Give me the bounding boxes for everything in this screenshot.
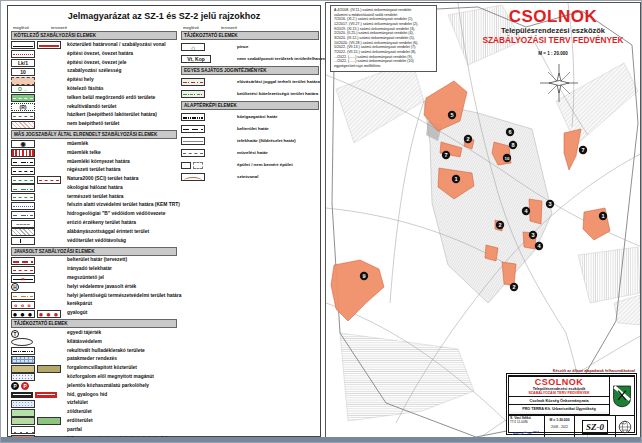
legend-item-label: belterület határ xyxy=(237,127,269,131)
natural-area-swatch-icon xyxy=(11,193,67,201)
existing-label: meglévő xyxy=(183,25,199,30)
legend-item: vízfelület xyxy=(11,399,177,408)
recultivation-swatch-icon: (R) xyxy=(11,103,67,111)
marker-number: 1 xyxy=(601,213,604,219)
legend-item-label: erdőterület xyxy=(67,419,93,424)
admin-boundary-swatch-icon xyxy=(181,113,237,121)
legend-item-label: patakmeder rendezés xyxy=(67,357,117,362)
legend-item-label: telekhatár (földrészlet határ) xyxy=(237,139,296,143)
legend-item-label: forgalomcsillapított közterület xyxy=(67,366,137,371)
legend-item: közigazgatási határ xyxy=(181,111,319,123)
legend-item: O→kötelező fásítás xyxy=(11,85,177,94)
legend-item-label: beültetési kötelezettségű terület határa xyxy=(237,92,318,96)
legend-item: elővásárlási joggal terhelt terület hatá… xyxy=(181,76,319,88)
legend-item: házikert (beépíthető lakóterület határa) xyxy=(11,111,177,120)
zone-boundary-swatch-icon xyxy=(11,50,67,58)
monument-swatch-icon: ◉ xyxy=(11,140,67,148)
legend-item: közterületi határvonal / szabályozási vo… xyxy=(11,41,177,50)
cliff-wall-swatch-icon xyxy=(11,426,67,434)
legend-item-label: megszüntető jel xyxy=(67,276,104,281)
zone-code-swatch-icon: Lk/1 xyxy=(11,59,67,67)
legend-section-header: JAVASOLT SZABÁLYOZÁSI ELEMEK xyxy=(11,247,177,256)
regulation-width-swatch-icon: 10 xyxy=(11,68,67,76)
legend-section-header: EGYES SAJÁTOS JOGINTÉZMÉNYEK xyxy=(181,66,319,75)
legend-item: Tegyedi tájérték xyxy=(11,329,177,338)
landscape-value-swatch-icon: T xyxy=(11,330,67,338)
legend-item: PPjelentős közhasználatú parkolóhely xyxy=(11,382,177,391)
legend-item: ∩pince xyxy=(181,41,319,53)
legend-item: belterület határ xyxy=(181,123,319,135)
legend-section-header: ALAPTÉRKÉPI ELEMEK xyxy=(181,101,319,110)
legend-item-label: rekultivált hulladéklerakó területe xyxy=(67,349,145,354)
title-block-client: Csolnok Község Önkormányzata xyxy=(509,397,609,405)
legend-item: ◉műemlék xyxy=(11,140,177,149)
legend-item: patakmeder rendezés xyxy=(11,356,177,365)
legend-item: zöldterület xyxy=(11,408,177,417)
legend-item-label: ökológiai hálózat határa xyxy=(67,186,123,191)
legend-item-label: szintvonal xyxy=(237,175,258,179)
building-site-swatch-icon xyxy=(11,77,67,85)
legend-item-label: irányadó telekhatár xyxy=(67,267,112,272)
water-surface-swatch-icon xyxy=(11,400,67,408)
legend-item: régészeti terület határa xyxy=(11,166,177,175)
column-subheaders: meglévőtervezett xyxy=(11,25,67,30)
marker-number: 2 xyxy=(498,222,501,228)
public-parking-swatch-icon: PP xyxy=(11,382,67,390)
legend-item-label: műemléki környezet határa xyxy=(67,160,130,165)
title-block-date: 2008 - 2022 xyxy=(546,425,573,429)
marker-number: 8 xyxy=(511,142,514,148)
marker-number: 2 xyxy=(466,136,469,142)
legend-item: nem beépíthető terület xyxy=(11,120,177,129)
legend-item-label: védőterület védőtávolság xyxy=(67,239,126,244)
scale-date-cell: M = 1:20.000 2008 - 2022 xyxy=(545,416,575,438)
legend-item: Lk/1építési övezet, övezet jele xyxy=(11,59,177,68)
title-block-town: CSOLNOK xyxy=(509,377,609,387)
legend-item: hidrogeológiai "B" védőidom védőövezete xyxy=(11,210,177,219)
legend-item: ×megszüntető jel xyxy=(11,274,177,283)
title-block: CSOLNOK Településrendezési eszközök SZAB… xyxy=(506,373,637,435)
legend-item: telekhatár (földrészlet határ) xyxy=(181,135,319,147)
cultivation-boundary-swatch-icon xyxy=(181,149,237,157)
legend-item-label: gyalogút xyxy=(67,311,87,316)
archaeological-boundary-swatch-icon xyxy=(11,167,67,175)
legend-item-label: kerékpárút xyxy=(67,302,92,307)
legend-item-label: helyi jelentőségű természetvédelmi terül… xyxy=(67,294,181,299)
legend-section-header: TÁJÉKOZTATÓ ELEMEK xyxy=(11,319,177,328)
private-road-swatch-icon xyxy=(11,373,67,381)
legend-item-label: házikert (beépíthető lakóterület határa) xyxy=(67,113,157,118)
cellar-swatch-icon: ∩ xyxy=(181,43,237,51)
contour-line-swatch-icon xyxy=(181,173,237,181)
legend-item: építési hely xyxy=(11,76,177,85)
landuse-code-swatch-icon: Vt, Kop xyxy=(181,55,237,63)
legend-item-label: műemlék xyxy=(67,142,88,147)
legend-item-label: felszín alatti vízvédelmi terület határa… xyxy=(67,203,180,208)
legend-item-label: régészeti terület határa xyxy=(67,168,121,173)
undermined-area-swatch-icon xyxy=(11,228,67,236)
non-buildable-swatch-icon xyxy=(11,121,67,129)
legend-item: partfal xyxy=(11,426,177,435)
legend-item-label: vízfelület xyxy=(67,401,88,406)
legend-item: kilátásvédelem xyxy=(11,338,177,347)
legend-item-label: zöldterület xyxy=(67,410,92,415)
legend-item-label: műemlék telke xyxy=(67,151,101,156)
globe-logo-icon xyxy=(616,416,634,438)
legend-item: 10szabályozási szélesség xyxy=(11,67,177,76)
legend-item-label: elővásárlási joggal terhelt terület hatá… xyxy=(237,80,320,84)
title-block-scale: M = 1:20.000 xyxy=(546,418,573,422)
ordinance-line: egységesített rajzi melléklete. xyxy=(334,64,433,69)
bottom-edge-strip xyxy=(1,437,641,442)
legend-item-label: Natura2000 (SCI) terület határa xyxy=(67,177,138,182)
marker-number: 7 xyxy=(581,147,584,153)
planned-label: tervezett xyxy=(221,25,237,30)
legend-item: műemléki környezet határa xyxy=(11,158,177,167)
legend-item-label: partfal xyxy=(67,428,82,433)
marker-number: 2 xyxy=(512,284,515,290)
recultivated-landfill-swatch-icon xyxy=(11,347,67,355)
legend-item: híd, gyalogos híd xyxy=(11,391,177,400)
legend-section-header: TÁJÉKOZTATÓ ELEMEK xyxy=(181,31,319,40)
guiding-plot-boundary-swatch-icon xyxy=(11,266,67,274)
erosion-sensitive-swatch-icon: ~~~~ xyxy=(11,220,67,228)
sheet-number-cell: SZ-0 xyxy=(575,416,616,438)
legend-item-label: hidrogeológiai "B" védőidom védőövezete xyxy=(67,212,165,217)
sheet-number: SZ-0 xyxy=(582,420,608,434)
